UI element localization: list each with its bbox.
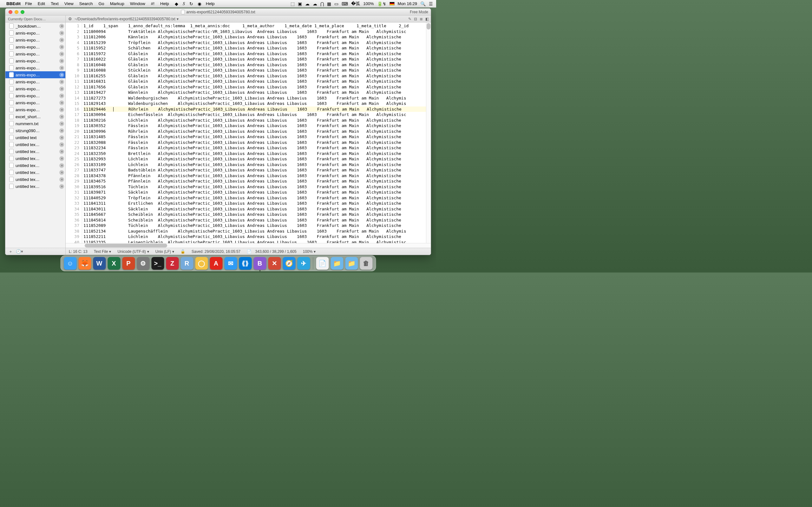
file-item[interactable]: untitled tex…✕ xyxy=(5,183,65,190)
code-area[interactable]: 1_id 1_span 1_anno_default_ns:lemma 1_me… xyxy=(82,22,426,243)
code-line[interactable]: 111841311 Erstlichen AlchymistischePract… xyxy=(84,201,426,206)
close-file-icon[interactable]: ✕ xyxy=(59,135,64,140)
code-line[interactable]: 111829143 Waldenburgischen Alchymistisch… xyxy=(84,101,426,107)
dock-acrobat[interactable]: A xyxy=(210,257,222,270)
gear-icon[interactable]: ⚙ xyxy=(66,16,74,21)
code-line[interactable]: 111832993 Löchlein AlchymistischePractic… xyxy=(84,156,426,162)
close-file-icon[interactable]: ✕ xyxy=(59,38,64,43)
display-icon[interactable]: ▭ xyxy=(334,1,339,6)
code-line[interactable]: 111812006 Kännlein AlchymistischePractic… xyxy=(84,34,426,40)
file-item[interactable]: annis-expo…✕ xyxy=(5,30,65,37)
apps-icon[interactable]: ▦ xyxy=(327,1,331,6)
close-file-icon[interactable]: ✕ xyxy=(59,31,64,36)
sidebar-header[interactable]: Currently Open Docu… xyxy=(5,15,65,22)
vscroll-thumb[interactable] xyxy=(426,23,430,30)
file-item[interactable]: annis-expo…✕ xyxy=(5,43,65,50)
file-item[interactable]: nummern.txt✕ xyxy=(5,120,65,127)
close-file-icon[interactable]: ✕ xyxy=(59,107,64,112)
gutter[interactable]: 1234567891011121314151617181920212223242… xyxy=(66,22,82,243)
code-line[interactable]: 1_id 1_span 1_anno_default_ns:lemma 1_me… xyxy=(84,23,426,29)
titlebar[interactable]: annis-export6212440593394005780.txt Free… xyxy=(5,9,431,15)
menu-text[interactable]: Text xyxy=(51,1,59,6)
keyboard-icon[interactable]: ⌨ xyxy=(342,1,348,6)
dock-finder[interactable]: ☺ xyxy=(64,257,77,270)
dock-textedit[interactable]: 📄 xyxy=(316,257,328,270)
close-file-icon[interactable]: ✕ xyxy=(59,163,64,168)
code-line[interactable]: 111834675 Pfännlein AlchymistischePracti… xyxy=(84,178,426,184)
battery-icon[interactable]: 🔋↯ xyxy=(377,1,386,6)
dock-terminal[interactable]: >_ xyxy=(151,257,164,270)
code-line[interactable]: 111816022 Gläslein AlchymistischePractic… xyxy=(84,56,426,62)
dock-excel[interactable]: X xyxy=(107,257,120,270)
close-file-icon[interactable]: ✕ xyxy=(59,66,64,70)
dock-vscode[interactable]: ⟪⟫ xyxy=(239,257,252,270)
app-icon[interactable]: ▣ xyxy=(298,1,302,6)
chevron-down-icon[interactable]: ▾ xyxy=(109,249,111,254)
file-item[interactable]: annis-expo…✕ xyxy=(5,37,65,43)
menu-edit[interactable]: Edit xyxy=(38,1,45,6)
code-line[interactable]: 111816088 Stücklein AlchymistischePracti… xyxy=(84,67,426,73)
minimize-button[interactable] xyxy=(14,10,18,14)
file-path[interactable]: ~/Downloads/firefox/annis-export62124405… xyxy=(74,17,175,21)
code-line[interactable]: 111800094 Traktätlein AlchymistischePrac… xyxy=(84,29,426,35)
file-item[interactable]: annis-expo…✕ xyxy=(5,106,65,113)
file-item[interactable]: untitled tex…✕ xyxy=(5,155,65,162)
code-line[interactable]: 111852089 Tüchlein AlchymistischePractic… xyxy=(84,223,426,228)
menu-file[interactable]: File xyxy=(25,1,32,6)
dock-chrome[interactable]: ◯ xyxy=(195,257,208,270)
hscroll-thumb[interactable] xyxy=(85,244,167,247)
dock-safari[interactable]: 🧭 xyxy=(283,257,295,270)
bookmark-icon[interactable]: ◧ xyxy=(425,17,429,21)
menu-window[interactable]: Window xyxy=(130,1,145,6)
code-line[interactable]: 111815952 Schälchen AlchymistischePracti… xyxy=(84,45,426,51)
nav-icon[interactable]: ≣ xyxy=(420,17,423,21)
code-line[interactable]: 111819427 Wännlein AlchymistischePractic… xyxy=(84,90,426,95)
code-line[interactable]: 111852211 Löchlein AlchymistischePractic… xyxy=(84,234,426,239)
file-item[interactable]: excel_short…✕ xyxy=(5,113,65,120)
code-line[interactable]: 111830216 Löchlein AlchymistischePractic… xyxy=(84,118,426,123)
close-file-icon[interactable]: ✕ xyxy=(59,94,64,98)
close-file-icon[interactable]: ✕ xyxy=(59,170,64,175)
file-item[interactable]: _bookdown…✕ xyxy=(5,22,65,30)
close-file-icon[interactable]: ✕ xyxy=(59,87,64,91)
code-line[interactable]: 111852335 Leinentüchlein AlchymistischeP… xyxy=(84,239,426,243)
script-s-icon[interactable]: 𝑆 xyxy=(183,1,185,6)
dropbox-icon[interactable]: ⬚ xyxy=(291,1,295,6)
chevron-down-icon[interactable]: ▾ xyxy=(314,249,316,254)
file-item[interactable]: untitled tex…✕ xyxy=(5,176,65,183)
control-center-icon[interactable]: ☰ xyxy=(429,1,433,6)
menu-go[interactable]: Go xyxy=(99,1,104,6)
dock-telegram[interactable]: ✈ xyxy=(297,257,310,270)
wifi-icon[interactable]: �弧 xyxy=(351,1,360,7)
close-file-icon[interactable]: ✕ xyxy=(59,128,64,133)
dock-bbedit[interactable]: B xyxy=(253,257,266,270)
dock-rstudio[interactable]: R xyxy=(181,257,193,270)
horizontal-scrollbar[interactable] xyxy=(66,243,431,248)
clock[interactable]: Mon 16:29 xyxy=(398,1,417,6)
code-line[interactable]: 111827273 Waldenburgischen Alchymistisch… xyxy=(84,95,426,101)
file-item[interactable]: untitled tex…✕ xyxy=(5,148,65,155)
chevron-down-icon[interactable]: ▾ xyxy=(172,249,174,254)
close-file-icon[interactable]: ✕ xyxy=(59,121,64,126)
close-file-icon[interactable]: ✕ xyxy=(59,101,64,105)
code-line[interactable]: 111833747 Badstüblein AlchymistischePrac… xyxy=(84,167,426,173)
file-item[interactable]: annis-expo…✕ xyxy=(5,64,65,71)
code-line[interactable]: 111816831 Gläslein AlchymistischePractic… xyxy=(84,78,426,84)
zoom-level[interactable]: 100% xyxy=(303,249,313,254)
code-line[interactable]: 111830352 Fässlein AlchymistischePractic… xyxy=(84,123,426,129)
code-line[interactable]: 111829446 Röhrlein AlchymistischePractic… xyxy=(84,107,426,112)
close-file-icon[interactable]: ✕ xyxy=(59,142,64,147)
add-file-icon[interactable]: ＋ xyxy=(9,249,13,255)
menu-search[interactable]: Search xyxy=(79,1,93,6)
code-line[interactable]: 111830094 Eichenfässlein AlchymistischeP… xyxy=(84,112,426,118)
help-menu[interactable]: Help xyxy=(206,1,215,6)
dock-mail[interactable]: ✉ xyxy=(224,257,237,270)
dock-xapp[interactable]: ✕ xyxy=(268,257,281,270)
input-flag-de[interactable] xyxy=(390,2,395,5)
code-line[interactable]: 111834378 Pfännlein AlchymistischePracti… xyxy=(84,173,426,179)
code-line[interactable]: 111830996 Röhrlein AlchymistischePractic… xyxy=(84,129,426,134)
close-file-icon[interactable]: ✕ xyxy=(59,59,64,63)
cloud1-icon[interactable]: ☁ xyxy=(305,1,310,6)
code-line[interactable]: 111816255 Gläslein AlchymistischePractic… xyxy=(84,73,426,79)
dock-word[interactable]: W xyxy=(93,257,106,270)
